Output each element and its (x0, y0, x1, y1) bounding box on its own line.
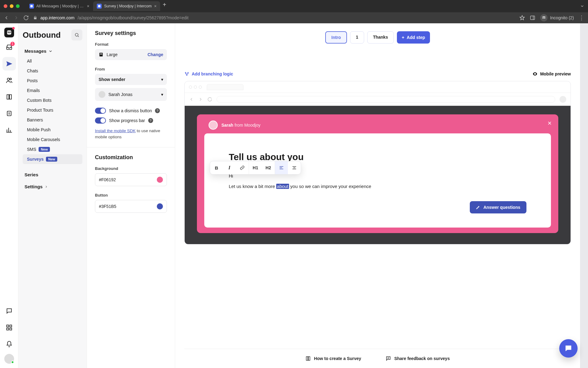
close-tab-icon[interactable]: × (154, 4, 156, 9)
rail-operator[interactable] (2, 107, 16, 120)
body-text-part: Let us know a bit more (229, 184, 276, 189)
sidebar-item-product-tours[interactable]: Product Tours (23, 105, 82, 115)
feedback-icon (386, 356, 391, 361)
rail-conversation[interactable] (2, 304, 16, 318)
maximize-window-icon[interactable] (16, 4, 20, 8)
sidebar-item-all[interactable]: All (23, 56, 82, 66)
tabs-dropdown-icon[interactable] (580, 4, 584, 8)
survey-title-input[interactable]: Tell us about you (229, 152, 526, 162)
button-color-input[interactable]: #3F51B5 (95, 200, 167, 213)
sidebar-item-mobile-carousels[interactable]: Mobile Carousels (23, 135, 82, 144)
close-tab-icon[interactable]: × (87, 4, 89, 9)
sidebar-item-custom-bots[interactable]: Custom Bots (23, 95, 82, 105)
sidebar-item-label: Chats (27, 68, 38, 73)
italic-button[interactable]: I (223, 161, 236, 174)
rail-reports[interactable] (2, 123, 16, 137)
sidebar-item-emails[interactable]: Emails (23, 86, 82, 95)
from-mode-select[interactable]: Show sender ▾ (95, 74, 167, 85)
sidebar-item-posts[interactable]: Posts (23, 76, 82, 86)
incognito-badge[interactable]: Incognito (2) (540, 14, 574, 21)
sidebar-settings[interactable]: Settings (23, 182, 82, 192)
toggle-label: Show progress bar (109, 118, 145, 123)
rail-contacts[interactable] (2, 74, 16, 87)
change-format-link[interactable]: Change (148, 52, 163, 57)
chat-icon (564, 344, 573, 353)
add-step-button[interactable]: + Add step (397, 31, 430, 44)
tab-all-messages[interactable]: All Messages | Moodjoy | Interc × (26, 1, 93, 11)
rail-outbound[interactable] (2, 57, 16, 71)
back-button[interactable] (4, 15, 9, 21)
browser-url-bar: app.intercom.com/a/apps/nnsgmgob/outboun… (0, 12, 588, 23)
link-label: Share feedback on surveys (394, 356, 450, 361)
sidebar-item-chats[interactable]: Chats (23, 66, 82, 76)
sidebar-item-surveys[interactable]: Surveys New (23, 154, 82, 164)
add-branching-link[interactable]: Add branching logic (184, 71, 233, 76)
messages-section-toggle[interactable]: Messages (23, 46, 82, 56)
sidebar-item-label: Banners (27, 117, 43, 122)
url-field[interactable]: app.intercom.com/a/apps/nnsgmgob/outboun… (33, 15, 189, 20)
sidebar-item-banners[interactable]: Banners (23, 115, 82, 125)
search-button[interactable] (71, 29, 82, 40)
preview-browser-frame: Sarah from Moodjoy × B I (184, 81, 571, 244)
format-selector[interactable]: Large Change (95, 49, 167, 60)
rail-apps[interactable] (2, 321, 16, 334)
close-window-icon[interactable] (4, 4, 7, 8)
mock-avatar-icon (560, 96, 566, 103)
toggle-progress[interactable]: Show progress bar ? (95, 117, 167, 124)
help-icon[interactable]: ? (148, 118, 153, 123)
help-icon[interactable]: ? (155, 108, 160, 113)
close-icon[interactable]: × (548, 119, 552, 127)
lock-icon (33, 16, 37, 20)
new-badge: New (46, 157, 57, 162)
rail-articles[interactable] (2, 90, 16, 104)
intercom-favicon-icon (29, 4, 34, 9)
sidebar-item-sms[interactable]: SMS New (23, 144, 82, 154)
sender-from: from Moodjoy (233, 123, 261, 128)
sidebar-item-mobile-push[interactable]: Mobile Push (23, 125, 82, 135)
reload-button[interactable] (23, 15, 29, 21)
panel-icon[interactable] (530, 15, 535, 21)
step-thanks[interactable]: Thanks (367, 31, 394, 44)
sidebar-series[interactable]: Series (23, 170, 82, 180)
intercom-logo[interactable] (4, 28, 14, 37)
mock-window-controls-icon (189, 86, 202, 89)
share-feedback-link[interactable]: Share feedback on surveys (386, 356, 450, 361)
user-avatar[interactable] (4, 354, 14, 364)
step-intro[interactable]: Intro (325, 31, 347, 44)
toggle-dismiss[interactable]: Show a dismiss button ? (95, 108, 167, 114)
selected-text: about (276, 184, 289, 189)
h2-button[interactable]: H2 (262, 161, 275, 174)
sidebar-title: Outbound (23, 30, 61, 40)
browser-menu-icon[interactable]: ⋮ (579, 14, 584, 21)
survey-body-text[interactable]: Let us know a bit more about you so we c… (229, 183, 526, 190)
section-label: Messages (24, 48, 47, 54)
install-sdk-link[interactable]: Install the mobile SDK (95, 128, 136, 133)
background-color-input[interactable]: #F06192 (95, 173, 167, 186)
forward-button[interactable] (13, 15, 19, 21)
rail-notifications[interactable] (2, 337, 16, 351)
sidebar-item-label: Surveys (27, 157, 43, 162)
button-label: B (215, 165, 218, 171)
align-left-button[interactable] (275, 161, 288, 174)
button-label: Button (95, 193, 167, 197)
align-center-button[interactable] (288, 161, 301, 174)
incognito-label: Incognito (2) (550, 15, 574, 20)
answer-questions-button[interactable]: Answer questions (470, 201, 526, 213)
bookmark-star-icon[interactable] (519, 15, 525, 21)
from-person-select[interactable]: Sarah Jonas ▾ (95, 88, 167, 101)
minimize-window-icon[interactable] (10, 4, 13, 8)
search-icon (74, 33, 79, 37)
tab-survey[interactable]: Survey | Moodjoy | Intercom × (93, 1, 160, 11)
step-1[interactable]: 1 (350, 31, 364, 44)
new-tab-button[interactable]: + (160, 1, 169, 11)
h1-button[interactable]: H1 (249, 161, 262, 174)
link-button[interactable] (236, 161, 249, 174)
right-gutter (580, 23, 588, 368)
mobile-preview-link[interactable]: Mobile preview (532, 71, 571, 77)
svg-rect-11 (6, 328, 8, 330)
format-icon (99, 52, 104, 57)
intercom-launcher[interactable] (559, 339, 578, 358)
bold-button[interactable]: B (210, 161, 223, 174)
howto-survey-link[interactable]: How to create a Survey (305, 356, 361, 361)
rail-inbox[interactable]: 1 (2, 40, 16, 54)
